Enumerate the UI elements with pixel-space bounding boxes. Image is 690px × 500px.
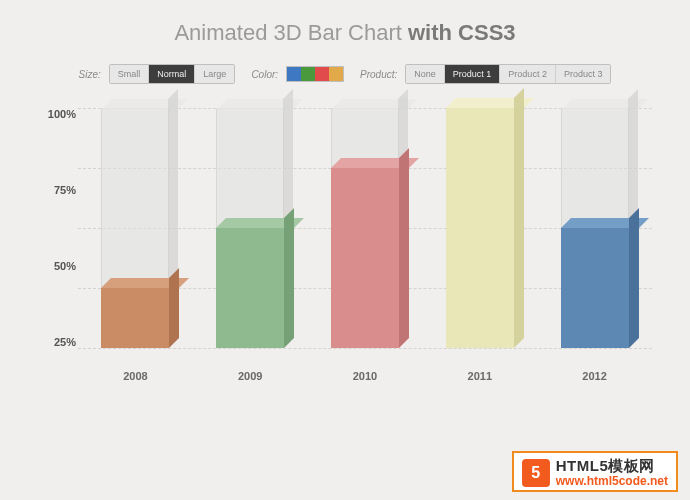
x-tick: 2010 (353, 370, 377, 382)
plot-area (78, 108, 652, 348)
bar-slot (325, 108, 405, 348)
y-tick: 50% (54, 260, 76, 272)
html5-badge-icon: 5 (522, 459, 550, 487)
size-small[interactable]: Small (110, 65, 150, 83)
bar[interactable] (331, 168, 399, 348)
product-1[interactable]: Product 1 (445, 65, 501, 83)
bar[interactable] (446, 108, 514, 348)
y-tick: 75% (54, 184, 76, 196)
y-axis: 100% 75% 50% 25% (38, 108, 76, 348)
y-tick: 25% (54, 336, 76, 348)
watermark: 5 HTML5模板网 www.html5code.net (512, 451, 678, 492)
page-title: Animated 3D Bar Chart with CSS3 (0, 0, 690, 64)
bar-slot (440, 108, 520, 348)
chart: 100% 75% 50% 25% 2008 2009 2010 2011 201… (30, 102, 660, 392)
size-label: Size: (79, 69, 101, 80)
bar[interactable] (101, 288, 169, 348)
bar-slot (210, 108, 290, 348)
toolbar: Size: Small Normal Large Color: Product:… (0, 64, 690, 84)
product-2[interactable]: Product 2 (500, 65, 556, 83)
color-label: Color: (251, 69, 278, 80)
product-3[interactable]: Product 3 (556, 65, 611, 83)
x-tick: 2008 (123, 370, 147, 382)
swatch-orange[interactable] (329, 67, 343, 81)
bar[interactable] (216, 228, 284, 348)
product-none[interactable]: None (406, 65, 445, 83)
bar-slot (95, 108, 175, 348)
x-tick: 2012 (582, 370, 606, 382)
size-large[interactable]: Large (195, 65, 234, 83)
x-tick: 2009 (238, 370, 262, 382)
y-tick: 100% (48, 108, 76, 120)
swatch-green[interactable] (301, 67, 315, 81)
color-swatches[interactable] (286, 66, 344, 82)
bar-slot (555, 108, 635, 348)
swatch-blue[interactable] (287, 67, 301, 81)
swatch-red[interactable] (315, 67, 329, 81)
x-tick: 2011 (468, 370, 492, 382)
product-label: Product: (360, 69, 397, 80)
product-segment: None Product 1 Product 2 Product 3 (405, 64, 611, 84)
bar[interactable] (561, 228, 629, 348)
size-normal[interactable]: Normal (149, 65, 195, 83)
x-axis: 2008 2009 2010 2011 2012 (78, 370, 652, 382)
title-pre: Animated 3D Bar Chart (174, 20, 408, 45)
title-bold: with CSS3 (408, 20, 516, 45)
watermark-url: www.html5code.net (556, 474, 668, 488)
size-segment: Small Normal Large (109, 64, 236, 84)
